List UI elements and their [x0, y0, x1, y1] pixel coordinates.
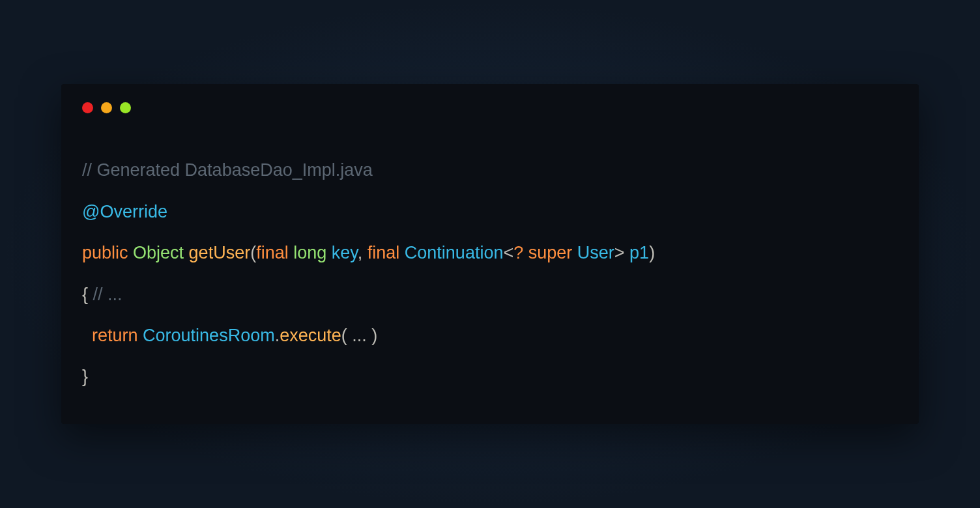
type-long: long — [289, 243, 327, 262]
code-line-3: public Object getUser(final long key, fi… — [82, 233, 898, 274]
maximize-icon[interactable] — [120, 102, 131, 113]
annotation-text: @Override — [82, 202, 167, 221]
paren-open: ( — [250, 243, 256, 262]
comment-ellipsis: // ... — [88, 285, 122, 304]
execute-args: ( ... ) — [341, 326, 378, 345]
code-line-2: @Override — [82, 191, 898, 233]
generic-open: < — [503, 243, 513, 262]
code-line-1: // Generated DatabaseDao_Impl.java — [82, 150, 898, 191]
brace-open: { — [82, 285, 88, 304]
code-line-5: return CoroutinesRoom.execute( ... ) — [82, 315, 898, 356]
indent — [82, 326, 92, 345]
keyword-final: final — [256, 243, 289, 262]
param-p1: p1 — [625, 243, 650, 262]
code-editor-window: // Generated DatabaseDao_Impl.java @Over… — [61, 84, 919, 424]
minimize-icon[interactable] — [101, 102, 112, 113]
code-content: // Generated DatabaseDao_Impl.java @Over… — [82, 150, 898, 398]
code-line-6: } — [82, 356, 898, 397]
keyword-final2: final — [362, 243, 399, 262]
method-execute: execute — [280, 326, 341, 345]
close-icon[interactable] — [82, 102, 93, 113]
type-user: User — [572, 243, 614, 262]
type-object: Object — [128, 243, 184, 262]
generic-wildcard: ? — [513, 243, 523, 262]
paren-close: ) — [649, 243, 655, 262]
keyword-public: public — [82, 243, 128, 262]
code-line-4: { // ... — [82, 274, 898, 315]
type-coroutinesroom: CoroutinesRoom — [138, 326, 275, 345]
comment-text: // Generated DatabaseDao_Impl.java — [82, 160, 373, 180]
type-continuation: Continuation — [399, 243, 503, 262]
window-controls — [82, 102, 898, 113]
generic-close: > — [614, 243, 625, 262]
param-key: key — [326, 243, 358, 262]
keyword-super: super — [523, 243, 572, 262]
brace-close: } — [82, 367, 88, 386]
keyword-return: return — [92, 326, 138, 345]
method-name: getUser — [184, 243, 250, 262]
